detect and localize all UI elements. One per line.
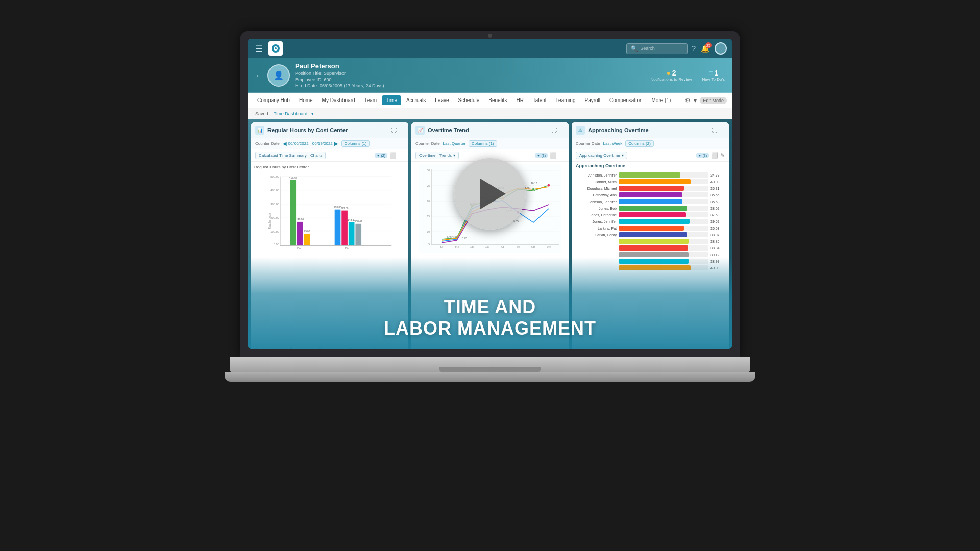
panel3-edit-icon[interactable]: ✎ bbox=[720, 152, 725, 159]
panel2-more-icon[interactable]: ⋯ bbox=[559, 152, 565, 159]
hbar-label-4: Johnson, Jennifer bbox=[576, 200, 617, 204]
panel3-filter-icons: ▼ (3) ⬜ ✎ bbox=[696, 152, 725, 159]
svg-text:10: 10 bbox=[427, 230, 430, 233]
panel2-columns-btn[interactable]: Columns (1) bbox=[469, 140, 497, 147]
svg-text:300.00: 300.00 bbox=[270, 203, 279, 206]
panel1-actions: ⛶ ⋯ bbox=[391, 127, 404, 134]
panel2-expand-icon[interactable]: ⛶ bbox=[551, 127, 557, 134]
nav-leave[interactable]: Leave bbox=[431, 95, 453, 105]
panel3-sub-header: Counter Date Last Week Columns (2) bbox=[572, 138, 729, 149]
nav-hr[interactable]: HR bbox=[512, 95, 527, 105]
svg-text:5: 5 bbox=[428, 243, 430, 246]
panel3-menu-icon[interactable]: ⋯ bbox=[719, 127, 725, 134]
svg-text:4/17: 4/17 bbox=[470, 246, 475, 248]
panel3-toolbar: Approaching Overtime ▾ ▼ (3) ⬜ ✎ bbox=[572, 149, 729, 162]
panel3-expand-icon[interactable]: ⛶ bbox=[712, 127, 717, 134]
panel1-columns-btn[interactable]: Columns (1) bbox=[341, 140, 370, 147]
panel1-menu-icon[interactable]: ⋯ bbox=[399, 127, 404, 134]
panel3-filter-badge[interactable]: ▼ (3) bbox=[696, 153, 709, 158]
panel1-expand-icon[interactable]: ⛶ bbox=[391, 127, 397, 134]
svg-rect-16 bbox=[290, 180, 296, 245]
hbar-fill-1 bbox=[619, 179, 691, 184]
panel1-filter-badge[interactable]: ▼ (2) bbox=[375, 153, 387, 158]
panel1-calc-dropdown[interactable]: Calculated Time Summary - Charts bbox=[255, 152, 326, 159]
profile-employee-id: Employee ID: 600 bbox=[295, 77, 384, 82]
panel2-overtime-dropdown[interactable]: Overtime - Trends ▾ bbox=[415, 152, 459, 159]
settings-icon[interactable]: ⚙ bbox=[685, 97, 691, 104]
nav-time[interactable]: Time bbox=[382, 95, 401, 105]
play-button[interactable] bbox=[454, 158, 526, 230]
panel2-chart-icon[interactable]: ⬜ bbox=[550, 152, 557, 159]
task-todos-label: New To Do's bbox=[702, 77, 725, 82]
panel1-chart-title: Regular Hours by Cost Center bbox=[254, 165, 405, 169]
panel1-more-icon[interactable]: ⋯ bbox=[399, 152, 404, 159]
svg-text:30: 30 bbox=[427, 169, 430, 172]
hbar-fill-12 bbox=[619, 252, 689, 257]
nav-more[interactable]: More (1) bbox=[648, 95, 675, 105]
dropdown-arrow[interactable]: ▾ bbox=[311, 111, 314, 116]
nav-talent[interactable]: Talent bbox=[529, 95, 551, 105]
help-icon[interactable]: ? bbox=[692, 44, 696, 53]
notifications-icon[interactable]: 🔔 25 bbox=[701, 44, 709, 53]
user-avatar[interactable] bbox=[715, 42, 727, 55]
panel2-filter-icons: ▼ (3) ⬜ ⋯ bbox=[535, 152, 565, 159]
nav-schedule[interactable]: Schedule bbox=[454, 95, 484, 105]
panel1-title: Regular Hours by Cost Center bbox=[267, 127, 388, 133]
svg-text:6.43: 6.43 bbox=[462, 237, 467, 240]
svg-text:5/8: 5/8 bbox=[517, 246, 520, 248]
panel2-menu-icon[interactable]: ⋯ bbox=[559, 127, 565, 134]
svg-text:16.10: 16.10 bbox=[531, 182, 537, 185]
hbar-row-11: 38.34 bbox=[576, 245, 725, 251]
hamburger-icon[interactable]: ☰ bbox=[253, 42, 264, 56]
panel3-dropdown-arrow: ▾ bbox=[622, 153, 624, 158]
search-box[interactable]: 🔍 Search bbox=[626, 43, 688, 54]
svg-text:500.00: 500.00 bbox=[270, 175, 279, 178]
panel2-title: Overtime Trend bbox=[428, 127, 548, 133]
panel1-chart-type-icon[interactable]: ⬜ bbox=[389, 152, 397, 159]
panel3-icon: ⚠ bbox=[576, 126, 585, 135]
nav-learning[interactable]: Learning bbox=[552, 95, 580, 105]
nav-accruals[interactable]: Accruals bbox=[402, 95, 430, 105]
hbar-track-5 bbox=[619, 206, 708, 211]
panel3-approaching-dropdown[interactable]: Approaching Overtime ▾ bbox=[576, 152, 627, 159]
chevron-down-icon[interactable]: ▾ bbox=[694, 97, 697, 104]
hbar-value-2: 36.31 bbox=[710, 187, 725, 190]
back-button[interactable]: ← bbox=[255, 71, 262, 80]
search-icon: 🔍 bbox=[631, 45, 638, 52]
edit-mode-toggle[interactable]: Edit Mode bbox=[700, 97, 727, 104]
hbar-value-1: 40.00 bbox=[710, 180, 725, 184]
dashboard-name[interactable]: Time Dashboard bbox=[274, 111, 307, 116]
screen-inner: ☰ 🔍 Search ? bbox=[248, 39, 732, 349]
hbar-track-11 bbox=[619, 245, 708, 251]
hbar-fill-4 bbox=[619, 199, 682, 204]
hbar-track-10 bbox=[619, 239, 708, 244]
panel2-filter-badge[interactable]: ▼ (3) bbox=[535, 153, 548, 158]
hbar-value-3: 35.56 bbox=[710, 193, 725, 197]
svg-point-2 bbox=[275, 47, 277, 49]
hbar-value-5: 38.02 bbox=[710, 207, 725, 210]
hbar-fill-10 bbox=[619, 239, 689, 244]
hbar-label-6: Jones, Catherine bbox=[576, 213, 617, 217]
nav-home[interactable]: Home bbox=[295, 95, 317, 105]
svg-rect-22 bbox=[335, 210, 341, 246]
panel3-chart-icon[interactable]: ⬜ bbox=[711, 152, 718, 159]
hbar-label-0: Anniston, Jennifer bbox=[576, 173, 617, 177]
profile-hired: Hired Date: 06/03/2005 (17 Years, 24 Day… bbox=[295, 83, 384, 88]
panel3-header: ⚠ Approaching Overtime ⛶ ⋯ bbox=[572, 122, 729, 138]
panel1-prev-btn[interactable]: ◀ bbox=[283, 141, 287, 146]
nav-team[interactable]: Team bbox=[360, 95, 381, 105]
panel3-columns-btn[interactable]: Columns (2) bbox=[625, 140, 654, 147]
panel1-sub-header: Counter Date ◀ 06/06/2022 - 06/19/2022 ▶… bbox=[251, 138, 408, 149]
hbar-value-9: 38.07 bbox=[710, 233, 725, 237]
panel3-section-label: Approaching Overtime bbox=[572, 162, 729, 170]
hbar-label-1: Conner, Mitch bbox=[576, 180, 617, 184]
hbar-fill-9 bbox=[619, 232, 687, 237]
panel1-toolbar: Calculated Time Summary - Charts ▼ (2) ⬜… bbox=[251, 149, 408, 162]
nav-benefits[interactable]: Benefits bbox=[484, 95, 511, 105]
panel1-next-btn[interactable]: ▶ bbox=[334, 141, 338, 146]
nav-compensation[interactable]: Compensation bbox=[605, 95, 646, 105]
nav-payroll[interactable]: Payroll bbox=[580, 95, 604, 105]
nav-company-hub[interactable]: Company Hub bbox=[253, 95, 294, 105]
panel2-overtime-label: Overtime - Trends bbox=[419, 153, 452, 158]
nav-my-dashboard[interactable]: My Dashboard bbox=[318, 95, 359, 105]
